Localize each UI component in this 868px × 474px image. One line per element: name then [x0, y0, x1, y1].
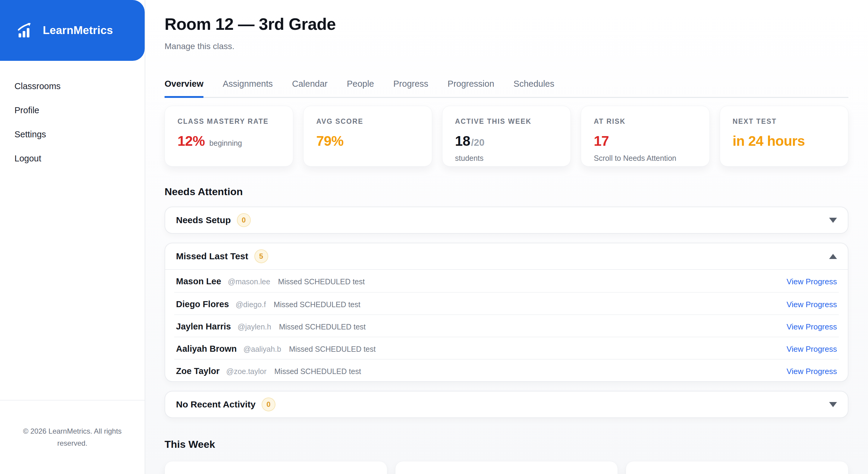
stat-value: 17: [594, 133, 609, 149]
student-handle: @diego.f: [236, 300, 266, 309]
student-handle: @jaylen.h: [238, 323, 271, 331]
sidebar-nav: Classrooms Profile Settings Logout: [0, 74, 145, 170]
page-title: Room 12 — 3rd Grade: [164, 14, 848, 34]
student-row: Aaliyah Brown @aaliyah.b Missed SCHEDULE…: [174, 337, 839, 359]
tab-bar: Overview Assignments Calendar People Pro…: [164, 79, 848, 98]
view-progress-link[interactable]: View Progress: [786, 367, 837, 376]
student-row: Diego Flores @diego.f Missed SCHEDULED t…: [174, 292, 839, 314]
stat-value: 12%: [178, 133, 205, 149]
stat-card-next-test: NEXT TEST in 24 hours: [720, 106, 848, 167]
app-root: LearnMetrics Classrooms Profile Settings…: [0, 0, 868, 474]
stat-sub: students: [455, 154, 558, 163]
group-no-recent-activity-header[interactable]: No Recent Activity 0: [165, 392, 848, 417]
stat-card-active: ACTIVE THIS WEEK 18 /20 students: [442, 106, 571, 167]
stat-card-avg-score: AVG SCORE 79%: [303, 106, 432, 167]
student-handle: @zoe.taylor: [226, 367, 267, 376]
stat-sub: Scroll to Needs Attention: [594, 154, 696, 163]
student-row: Mason Lee @mason.lee Missed SCHEDULED te…: [174, 270, 839, 292]
this-week-card-row: Level Distribution Completion Distributi…: [164, 461, 848, 474]
stat-card-row: CLASS MASTERY RATE 12% beginning AVG SCO…: [164, 106, 848, 167]
logo-chart-icon: [16, 21, 34, 40]
group-title: Needs Setup: [176, 215, 231, 225]
student-list: Mason Lee @mason.lee Missed SCHEDULED te…: [165, 269, 848, 381]
group-title: No Recent Activity: [176, 399, 255, 410]
student-name: Aaliyah Brown: [176, 344, 237, 354]
count-badge: 0: [237, 213, 251, 227]
student-status: Missed SCHEDULED test: [279, 323, 366, 331]
sidebar-item-classrooms[interactable]: Classrooms: [0, 74, 145, 98]
sidebar-item-logout[interactable]: Logout: [0, 146, 145, 170]
view-progress-link[interactable]: View Progress: [786, 300, 837, 309]
chevron-down-icon[interactable]: [829, 402, 837, 407]
chevron-down-icon[interactable]: [829, 218, 837, 223]
view-progress-link[interactable]: View Progress: [786, 344, 837, 354]
group-missed-last-test: Missed Last Test 5 Mason Lee @mason.lee …: [164, 243, 848, 382]
stat-label: AVG SCORE: [316, 117, 419, 126]
stat-label: CLASS MASTERY RATE: [178, 117, 280, 126]
stat-value: 79%: [316, 133, 344, 149]
group-needs-setup-header[interactable]: Needs Setup 0: [165, 207, 848, 233]
stat-card-mastery: CLASS MASTERY RATE 12% beginning: [164, 106, 293, 167]
sidebar-item-profile[interactable]: Profile: [0, 98, 145, 122]
week-card-1: Level Distribution: [164, 461, 387, 474]
tab-people[interactable]: People: [347, 79, 374, 97]
week-card-3: [626, 461, 848, 474]
student-handle: @mason.lee: [228, 277, 270, 286]
student-name: Diego Flores: [176, 299, 229, 309]
count-badge: 0: [261, 398, 276, 411]
tab-assignments[interactable]: Assignments: [223, 79, 273, 97]
group-missed-last-test-header[interactable]: Missed Last Test 5: [165, 243, 848, 269]
student-status: Missed SCHEDULED test: [274, 300, 361, 309]
stat-value: in 24 hours: [733, 133, 805, 149]
stat-card-at-risk: AT RISK 17 Scroll to Needs Attention: [581, 106, 710, 167]
student-row: Zoe Taylor @zoe.taylor Missed SCHEDULED …: [174, 359, 839, 381]
stat-label: ACTIVE THIS WEEK: [455, 117, 558, 126]
tab-overview[interactable]: Overview: [164, 79, 204, 97]
week-card-2: Completion Distribution: [395, 461, 618, 474]
brand-name: LearnMetrics: [43, 24, 113, 37]
student-name: Mason Lee: [176, 276, 221, 286]
student-status: Missed SCHEDULED test: [278, 277, 365, 286]
tab-progress[interactable]: Progress: [393, 79, 428, 97]
tab-progression[interactable]: Progression: [447, 79, 494, 97]
student-row: Jaylen Harris @jaylen.h Missed SCHEDULED…: [174, 314, 839, 337]
student-status: Missed SCHEDULED test: [274, 367, 361, 376]
page-subtitle: Manage this class.: [164, 41, 848, 51]
group-needs-setup: Needs Setup 0: [164, 207, 848, 234]
tab-schedules[interactable]: Schedules: [514, 79, 554, 97]
copyright-text: © 2026 LearnMetrics. All rights reserved…: [0, 400, 145, 474]
view-progress-link[interactable]: View Progress: [786, 322, 837, 332]
group-no-recent-activity: No Recent Activity 0: [164, 391, 848, 418]
count-badge: 5: [254, 249, 268, 263]
view-progress-link[interactable]: View Progress: [786, 277, 837, 286]
needs-attention-heading: Needs Attention: [164, 186, 848, 198]
sidebar-item-settings[interactable]: Settings: [0, 122, 145, 146]
brand-header: LearnMetrics: [0, 0, 145, 61]
stat-value-denominator: /20: [471, 137, 484, 148]
student-name: Jaylen Harris: [176, 321, 231, 332]
student-name: Zoe Taylor: [176, 366, 220, 376]
this-week-heading: This Week: [164, 438, 848, 450]
stat-label: NEXT TEST: [733, 117, 835, 126]
group-title: Missed Last Test: [176, 251, 248, 261]
stat-label: AT RISK: [594, 117, 696, 126]
tab-calendar[interactable]: Calendar: [292, 79, 328, 97]
sidebar: LearnMetrics Classrooms Profile Settings…: [0, 0, 145, 474]
main-content: Room 12 — 3rd Grade Manage this class. O…: [145, 0, 868, 474]
student-handle: @aaliyah.b: [243, 345, 281, 353]
stat-value: 18: [455, 133, 470, 149]
chevron-up-icon[interactable]: [829, 254, 837, 259]
student-status: Missed SCHEDULED test: [289, 345, 376, 353]
stat-inline-sub: beginning: [210, 139, 242, 147]
